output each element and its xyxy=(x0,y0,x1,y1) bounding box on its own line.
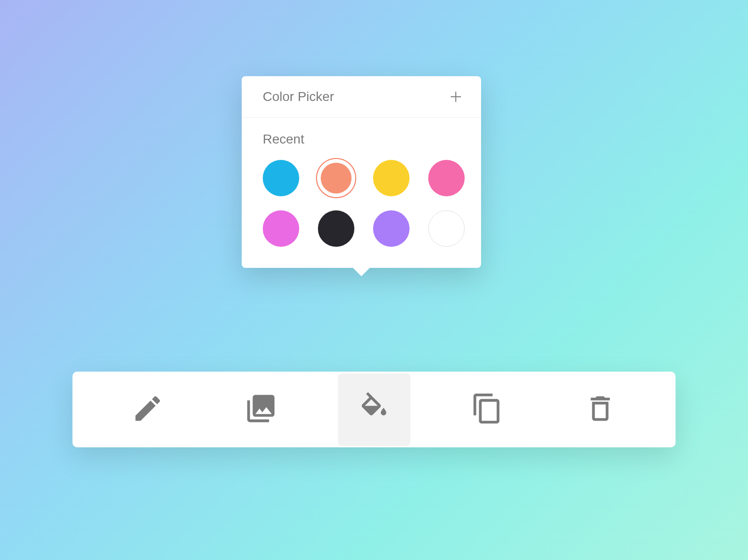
popover-body: Recent xyxy=(242,118,481,268)
copy-icon xyxy=(471,392,503,427)
color-picker-popover: Color Picker Recent xyxy=(242,76,481,268)
swatch-fill xyxy=(318,210,354,247)
swatch-fill xyxy=(428,210,465,247)
plus-icon xyxy=(450,91,462,103)
color-swatch-cyan[interactable] xyxy=(263,160,299,196)
swatch-fill xyxy=(321,163,352,194)
swatch-grid xyxy=(263,160,460,247)
delete-button[interactable] xyxy=(564,373,637,446)
pencil-icon xyxy=(131,392,164,427)
color-swatch-purple[interactable] xyxy=(373,210,410,247)
add-color-button[interactable] xyxy=(449,90,462,103)
color-swatch-magenta[interactable] xyxy=(263,210,299,247)
copy-button[interactable] xyxy=(451,373,524,446)
popover-header: Color Picker xyxy=(242,76,481,118)
color-swatch-yellow[interactable] xyxy=(373,160,410,196)
fill-button[interactable] xyxy=(338,373,410,446)
swatch-fill xyxy=(263,160,299,196)
swatch-fill xyxy=(263,210,299,247)
swatch-fill xyxy=(373,210,410,247)
recent-label: Recent xyxy=(263,132,460,147)
images-button[interactable] xyxy=(225,373,297,446)
color-swatch-black[interactable] xyxy=(318,210,354,247)
images-icon xyxy=(245,392,277,427)
swatch-fill xyxy=(428,160,465,196)
color-swatch-white[interactable] xyxy=(428,210,465,247)
edit-button[interactable] xyxy=(112,373,184,446)
swatch-fill xyxy=(373,160,410,196)
color-swatch-pink[interactable] xyxy=(428,160,465,196)
color-swatch-coral[interactable] xyxy=(318,160,354,196)
popover-title: Color Picker xyxy=(263,89,334,104)
paint-bucket-icon xyxy=(358,392,390,427)
trash-icon xyxy=(584,392,617,427)
toolbar xyxy=(72,372,676,447)
